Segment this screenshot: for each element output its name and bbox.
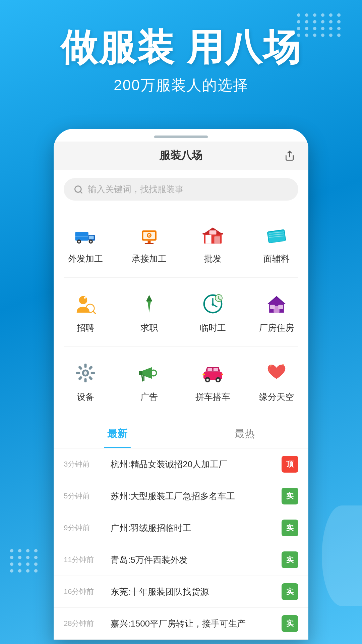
news-time: 5分钟前	[64, 491, 104, 501]
category-zhaopin[interactable]: 招聘	[54, 281, 117, 343]
svg-rect-16	[148, 241, 151, 243]
category-linshigong[interactable]: 临时工	[181, 281, 245, 343]
svg-rect-5	[89, 236, 94, 239]
share-icon[interactable]	[284, 150, 295, 161]
heart-icon	[263, 360, 290, 386]
search-icon	[74, 185, 83, 194]
svg-rect-20	[214, 236, 220, 244]
news-time: 28分钟前	[64, 619, 104, 629]
svg-rect-55	[78, 366, 83, 370]
news-content: 东莞:十年服装团队找货源	[111, 586, 275, 598]
svg-rect-44	[278, 305, 283, 309]
news-time: 16分钟前	[64, 587, 104, 597]
svg-point-7	[78, 241, 80, 243]
category-guanggao[interactable]: 广告	[117, 350, 181, 412]
news-badge: 顶	[282, 456, 298, 473]
category-pifa-label: 批发	[204, 253, 222, 265]
category-shebei-label: 设备	[77, 391, 94, 403]
app-header: 服装八场	[54, 142, 308, 170]
news-item[interactable]: 9分钟前 广州:羽绒服招临时工 实	[54, 512, 308, 544]
megaphone-icon	[136, 360, 163, 386]
svg-rect-54	[76, 372, 80, 374]
tab-hot[interactable]: 最热	[181, 418, 308, 448]
hero-title: 做服装 用八场	[20, 27, 342, 67]
svg-point-71	[268, 370, 270, 371]
category-qiuzhi[interactable]: 求职	[117, 281, 181, 343]
tab-latest[interactable]: 最新	[54, 418, 181, 448]
svg-rect-19	[205, 235, 212, 244]
news-item[interactable]: 11分钟前 青岛:5万件西装外发 实	[54, 544, 308, 576]
category-pinche-label: 拼车搭车	[195, 391, 230, 403]
svg-rect-48	[84, 364, 87, 368]
svg-rect-62	[214, 368, 218, 371]
svg-point-9	[90, 241, 92, 243]
category-pinche[interactable]: 拼车搭车	[181, 350, 245, 412]
news-content: 广州:羽绒服招临时工	[111, 522, 275, 534]
news-item[interactable]: 3分钟前 杭州:精品女装诚招20人加工厂 顶	[54, 448, 308, 480]
clock-icon	[199, 290, 226, 317]
category-pifa[interactable]: 批发	[181, 212, 245, 274]
news-time: 9分钟前	[64, 523, 104, 533]
tabs-bar: 最新 最热	[54, 418, 308, 448]
svg-line-30	[93, 311, 96, 314]
svg-rect-52	[84, 378, 87, 382]
recruit-icon	[72, 290, 99, 317]
news-item[interactable]: 16分钟前 东莞:十年服装团队找货源 实	[54, 576, 308, 608]
news-time: 3分钟前	[64, 459, 104, 469]
arc-decoration	[322, 505, 362, 606]
svg-point-38	[212, 303, 214, 306]
category-changfang[interactable]: 厂房住房	[245, 281, 308, 343]
search-placeholder-text: 输入关键词，找找服装事	[88, 183, 184, 195]
svg-rect-22	[209, 230, 217, 234]
svg-point-28	[79, 296, 87, 304]
phone-mockup: 服装八场 输入关键词，找找服装事	[0, 129, 362, 640]
phone-notch	[54, 129, 308, 142]
category-shebei[interactable]: 设备	[54, 350, 117, 412]
category-chengjie-label: 承接加工	[132, 253, 167, 265]
dots-decoration-left	[10, 549, 39, 573]
svg-rect-50	[91, 372, 95, 374]
car-icon	[199, 360, 226, 386]
svg-point-64	[206, 379, 209, 381]
svg-marker-34	[146, 295, 152, 301]
category-waifa[interactable]: 外发加工	[54, 212, 117, 274]
news-item[interactable]: 28分钟前 嘉兴:1500平厂房转让，接手可生产 实	[54, 608, 308, 640]
news-item[interactable]: 5分钟前 苏州:大型服装工厂急招多名车工 实	[54, 480, 308, 512]
svg-rect-56	[139, 371, 142, 375]
news-time: 11分钟前	[64, 555, 104, 565]
news-badge: 实	[282, 520, 298, 536]
svg-rect-53	[78, 376, 83, 381]
fabric-icon	[263, 221, 290, 248]
news-badge: 实	[282, 583, 298, 600]
svg-rect-68	[221, 374, 223, 375]
search-bar[interactable]: 输入关键词，找找服装事	[64, 178, 298, 201]
news-badge: 实	[282, 488, 298, 504]
category-chengjie[interactable]: 承接加工	[117, 212, 181, 274]
svg-rect-43	[270, 305, 275, 309]
category-waifa-label: 外发加工	[68, 253, 103, 265]
news-badge: 实	[282, 615, 298, 632]
svg-point-69	[270, 365, 272, 367]
category-grid-row2: 招聘 求职	[54, 278, 308, 346]
category-grid-row1: 外发加工 承接加工	[54, 209, 308, 277]
category-grid-row3: 设备 广告	[54, 347, 308, 416]
phone-frame: 服装八场 输入关键词，找找服装事	[54, 129, 308, 640]
category-mianfuliao[interactable]: 面辅料	[245, 212, 308, 274]
house-icon	[263, 290, 290, 317]
truck-icon	[72, 221, 99, 248]
svg-point-47	[84, 371, 87, 375]
tie-icon	[136, 290, 163, 317]
category-yuanfen[interactable]: 缘分天空	[245, 350, 308, 412]
news-content: 苏州:大型服装工厂急招多名车工	[111, 490, 275, 502]
svg-line-58	[142, 375, 143, 381]
shop-icon	[199, 221, 226, 248]
news-content: 青岛:5万件西装外发	[111, 554, 275, 566]
hero-subtitle: 200万服装人的选择	[20, 75, 342, 95]
search-bar-wrapper: 输入关键词，找找服装事	[54, 170, 308, 209]
category-guanggao-label: 广告	[140, 391, 158, 403]
svg-point-31	[77, 299, 79, 300]
gear-icon	[72, 360, 99, 386]
svg-rect-51	[88, 376, 93, 381]
svg-line-2	[80, 191, 82, 193]
category-linshigong-label: 临时工	[200, 322, 226, 334]
